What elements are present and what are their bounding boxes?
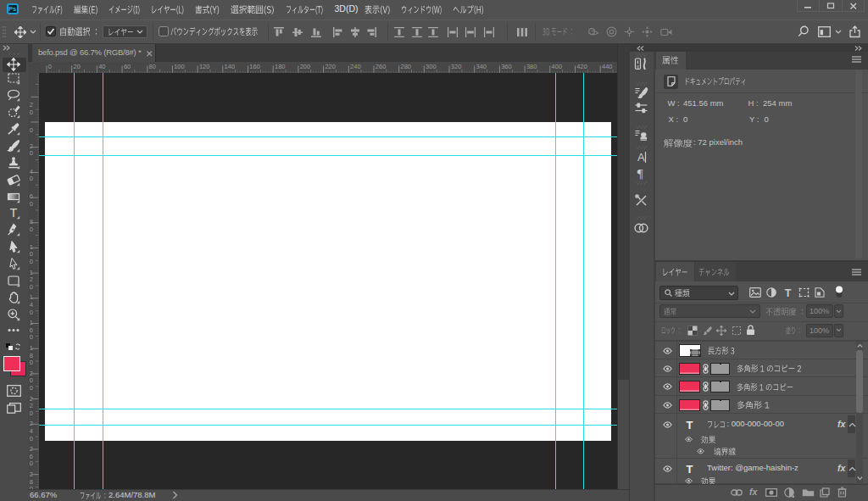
svg-text:0: 0	[30, 309, 33, 316]
svg-text:40: 40	[98, 63, 105, 70]
svg-text:100: 100	[174, 63, 185, 70]
svg-text:320: 320	[451, 63, 462, 70]
svg-text:0: 0	[30, 359, 33, 366]
svg-text:0: 0	[30, 333, 33, 341]
svg-text:0: 0	[30, 258, 33, 265]
svg-text:80: 80	[149, 63, 156, 70]
svg-text:T: T	[687, 463, 693, 474]
svg-text:200: 200	[300, 63, 311, 70]
svg-text:180: 180	[275, 63, 286, 70]
svg-text:140: 140	[225, 63, 236, 70]
svg-text:260: 260	[376, 63, 387, 70]
svg-text:340: 340	[476, 63, 487, 70]
svg-text:0: 0	[30, 109, 33, 116]
svg-text:300: 300	[426, 63, 437, 70]
svg-text:0: 0	[30, 126, 33, 134]
svg-text:A: A	[637, 151, 645, 164]
svg-text:60: 60	[124, 63, 131, 70]
svg-text:280: 280	[401, 63, 412, 70]
svg-text:120: 120	[199, 63, 210, 70]
svg-text:0: 0	[30, 200, 33, 208]
svg-text:T: T	[10, 206, 18, 220]
svg-text:20: 20	[74, 63, 81, 70]
svg-text:0: 0	[30, 149, 33, 157]
svg-text:240: 240	[350, 63, 361, 70]
svg-text:¶: ¶	[637, 167, 643, 181]
svg-text:0: 0	[30, 384, 33, 392]
svg-text:0: 0	[30, 459, 33, 467]
svg-text:T: T	[785, 287, 792, 298]
svg-text:400: 400	[552, 63, 563, 70]
svg-text:0: 0	[30, 435, 33, 443]
svg-text:T: T	[687, 419, 693, 430]
svg-text:220: 220	[325, 63, 336, 70]
svg-text:440: 440	[602, 63, 613, 70]
svg-text:420: 420	[576, 63, 587, 70]
svg-text:0: 0	[30, 283, 33, 291]
svg-text:380: 380	[526, 63, 537, 70]
svg-text:0: 0	[30, 225, 33, 233]
svg-text:0: 0	[30, 175, 33, 182]
svg-text:360: 360	[501, 63, 512, 70]
svg-text:160: 160	[249, 63, 260, 70]
svg-text:0: 0	[48, 63, 52, 70]
svg-text:0: 0	[30, 409, 33, 417]
